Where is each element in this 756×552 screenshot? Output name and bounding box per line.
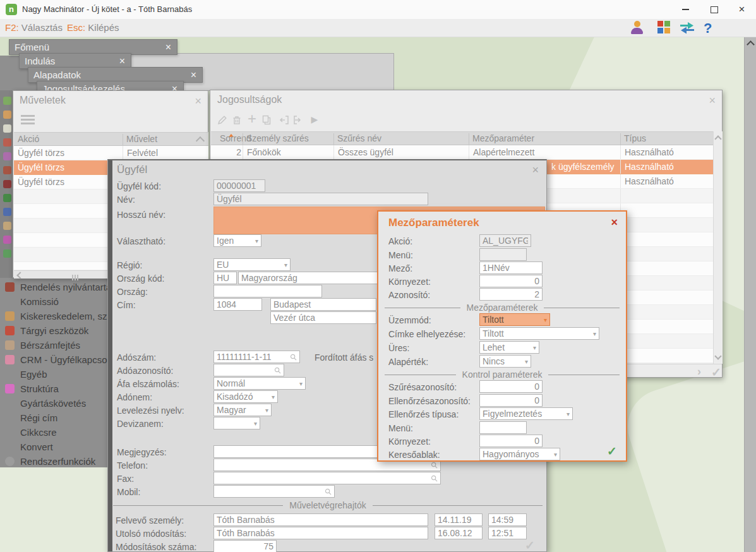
- sidebar-item-struktura[interactable]: Struktúra: [0, 381, 117, 396]
- menu-item-valasztas[interactable]: F2: Választás: [5, 19, 63, 37]
- search-icon[interactable]: [431, 475, 438, 482]
- afa-elszamolas-select[interactable]: Normál▾: [213, 377, 306, 390]
- akcio-input[interactable]: AL_UGYFG: [479, 234, 531, 247]
- module-icon[interactable]: [3, 236, 11, 244]
- app-vertical-scrollbar[interactable]: [744, 37, 756, 552]
- scroll-left-icon[interactable]: [16, 272, 23, 279]
- search-icon[interactable]: [290, 354, 297, 361]
- adoszam-input[interactable]: 11111111-1-11: [213, 351, 300, 363]
- search-icon[interactable]: [431, 462, 438, 469]
- mobil-input[interactable]: [213, 485, 335, 498]
- sidebar-item-rendeles[interactable]: Rendelés nyilvántartás: [0, 280, 117, 294]
- modositas-datum-input[interactable]: 16.08.12: [435, 527, 483, 539]
- close-button[interactable]: ×: [728, 0, 756, 19]
- sidebar-item-kiskereskedelem[interactable]: Kiskereskedelem, szá: [0, 309, 117, 323]
- search-icon[interactable]: [274, 367, 281, 374]
- menu-hamburger-icon[interactable]: [21, 115, 35, 126]
- module-icon[interactable]: [3, 111, 11, 119]
- close-icon[interactable]: ×: [195, 95, 201, 107]
- scroll-up-icon[interactable]: [196, 136, 205, 145]
- run-icon[interactable]: ▶: [308, 112, 321, 126]
- minimize-button[interactable]: [671, 0, 700, 19]
- ugyfel-kod-input[interactable]: 00000001: [213, 179, 265, 192]
- orszag-input[interactable]: [213, 285, 322, 297]
- module-icon[interactable]: [3, 152, 11, 160]
- module-icon[interactable]: [3, 166, 11, 174]
- scroll-up-icon[interactable]: [747, 40, 755, 49]
- szuresazonosito-input[interactable]: 0: [479, 380, 543, 393]
- column-header-akcio[interactable]: Akció: [18, 133, 39, 145]
- felvevo-input[interactable]: Tóth Barnabás: [213, 513, 428, 526]
- modositasok-szama-input[interactable]: 75: [213, 540, 277, 552]
- sidebar-item-crm[interactable]: CRM - Ügyfélkapcsola: [0, 352, 117, 367]
- kornyezet-input[interactable]: 0: [479, 275, 543, 287]
- module-icon[interactable]: [3, 222, 11, 230]
- modositas-input[interactable]: Tóth Barnabás: [213, 527, 428, 539]
- table-row[interactable]: Ügyfél törzs Felvétel: [14, 146, 208, 160]
- mezo-input[interactable]: 1HNév: [479, 261, 543, 274]
- ellenorzes-tipusa-select[interactable]: Figyelmeztetés▾: [479, 407, 573, 420]
- alapertek-select[interactable]: Nincs▾: [479, 355, 531, 368]
- fax-input[interactable]: [213, 472, 441, 484]
- azonosito-input[interactable]: 2: [479, 288, 543, 301]
- help-icon[interactable]: ?: [704, 21, 712, 35]
- module-icon[interactable]: [3, 124, 11, 133]
- copy-icon[interactable]: [260, 113, 273, 127]
- menu-item-kilepes[interactable]: Esc: Kilépés: [67, 19, 119, 37]
- module-icon[interactable]: [3, 138, 11, 147]
- modositas-ido-input[interactable]: 12:51: [488, 527, 527, 539]
- sidebar-item-komissio[interactable]: Komissió: [0, 294, 117, 309]
- iranyitoszam-input[interactable]: 1084: [213, 298, 262, 311]
- sidebar-item-egyeb[interactable]: Egyéb: [0, 367, 117, 381]
- sidebar-item-rendszerfunkciok[interactable]: Rendszerfunkciók: [0, 454, 117, 469]
- levelezesi-nyelv-select[interactable]: Magyar▾: [213, 404, 272, 416]
- valaszthato-select[interactable]: Igen▾: [213, 234, 261, 247]
- ures-select[interactable]: Lehet▾: [479, 341, 539, 354]
- menu2-input[interactable]: [479, 421, 527, 434]
- close-icon[interactable]: ×: [165, 40, 171, 54]
- kornyezet2-input[interactable]: 0: [479, 435, 543, 447]
- close-icon[interactable]: ×: [709, 95, 716, 106]
- column-header-szemely-szures[interactable]: Személy szűrés: [246, 132, 309, 145]
- module-icon[interactable]: [3, 180, 11, 188]
- close-icon[interactable]: ×: [611, 216, 618, 229]
- scroll-up-icon[interactable]: [714, 135, 721, 142]
- column-header-tipus[interactable]: Típus: [624, 132, 646, 145]
- table-row[interactable]: 2 Főnökök Összes ügyfél Alapértelmezett …: [211, 145, 713, 160]
- muveletek-table-header[interactable]: Akció Művelet: [14, 132, 208, 146]
- search-icon[interactable]: [325, 488, 332, 495]
- sidebar-item-regi-cim[interactable]: Régi cím: [0, 411, 117, 425]
- add-icon[interactable]: +: [245, 112, 259, 126]
- utca-input[interactable]: Vezér útca: [270, 311, 376, 324]
- sidebar-item-berszamfejtes[interactable]: Bérszámfejtés: [0, 338, 117, 352]
- move-out-icon[interactable]: [291, 113, 305, 127]
- sync-arrows-icon[interactable]: [678, 20, 696, 38]
- column-header-szures-nev[interactable]: Szűrés név: [337, 132, 381, 145]
- ellenorzesazonosito-input[interactable]: 0: [479, 394, 543, 407]
- column-header-muvelet[interactable]: Művelet: [126, 133, 157, 145]
- accept-icon[interactable]: ✓: [711, 365, 721, 380]
- uzemmod-select[interactable]: Tiltott▾: [479, 313, 550, 326]
- sidebar-item-gyartaskovetes[interactable]: Gyártáskövetés: [0, 396, 117, 411]
- sidebar-item-konvert[interactable]: Konvert: [0, 440, 117, 454]
- adonem-select[interactable]: Kisadózó▾: [213, 390, 278, 403]
- jogosultsagok-table-header[interactable]: Sorrend Személy szűrés Szűrés név Mezőpa…: [211, 131, 713, 145]
- adoazonosito-input[interactable]: [213, 364, 284, 376]
- sidebar-item-targyi-eszkozok[interactable]: Tárgyi eszközök: [0, 323, 117, 338]
- regio-select[interactable]: EU▾: [213, 258, 291, 271]
- module-icon[interactable]: [3, 208, 11, 216]
- move-in-icon[interactable]: [277, 113, 291, 127]
- nev-input[interactable]: Ügyfél: [213, 193, 428, 205]
- modules-icon[interactable]: [657, 21, 670, 33]
- maximize-button[interactable]: [700, 0, 728, 19]
- keresoablak-select[interactable]: Hagyományos▾: [479, 448, 560, 460]
- scroll-down-icon[interactable]: [714, 352, 721, 359]
- varos-input[interactable]: Budapest: [270, 298, 376, 311]
- ok-check-button[interactable]: ✓: [607, 444, 617, 459]
- felvevo-datum-input[interactable]: 14.11.19: [435, 513, 483, 526]
- scrollbar-grip[interactable]: [72, 272, 80, 283]
- user-icon[interactable]: [631, 21, 643, 34]
- devizanem-select[interactable]: ▾: [213, 417, 260, 429]
- felvevo-ido-input[interactable]: 14:59: [488, 513, 527, 526]
- column-header-mezoparameter[interactable]: Mezőparaméter: [472, 132, 534, 145]
